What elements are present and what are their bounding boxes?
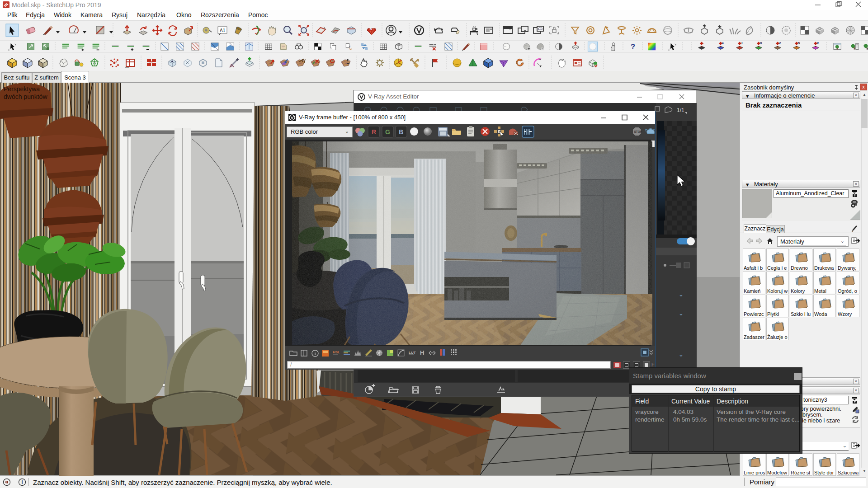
svg-text:?: ? xyxy=(631,42,635,51)
svg-text:LUT: LUT xyxy=(409,351,416,355)
svg-text:B: B xyxy=(399,128,403,136)
svg-text:R: R xyxy=(760,41,762,45)
svg-text:N: N xyxy=(797,41,800,45)
svg-text:Perspektywa: Perspektywa xyxy=(4,85,40,93)
svg-text:STOP: STOP xyxy=(634,130,642,133)
svg-text:A1: A1 xyxy=(220,28,226,33)
svg-text:i: i xyxy=(21,479,23,485)
svg-text:V: V xyxy=(370,27,373,31)
svg-text:H: H xyxy=(420,349,424,356)
svg-text:X: X xyxy=(816,41,819,45)
svg-text:V: V xyxy=(778,41,781,45)
svg-text:G: G xyxy=(385,128,390,136)
svg-text:dwóch punktów: dwóch punktów xyxy=(4,93,47,100)
svg-text:R: R xyxy=(372,128,376,136)
svg-text:1/1: 1/1 xyxy=(677,107,684,113)
svg-text:J: J xyxy=(741,41,742,45)
svg-text:=: = xyxy=(722,41,723,45)
svg-text:HSL: HSL xyxy=(333,350,340,354)
